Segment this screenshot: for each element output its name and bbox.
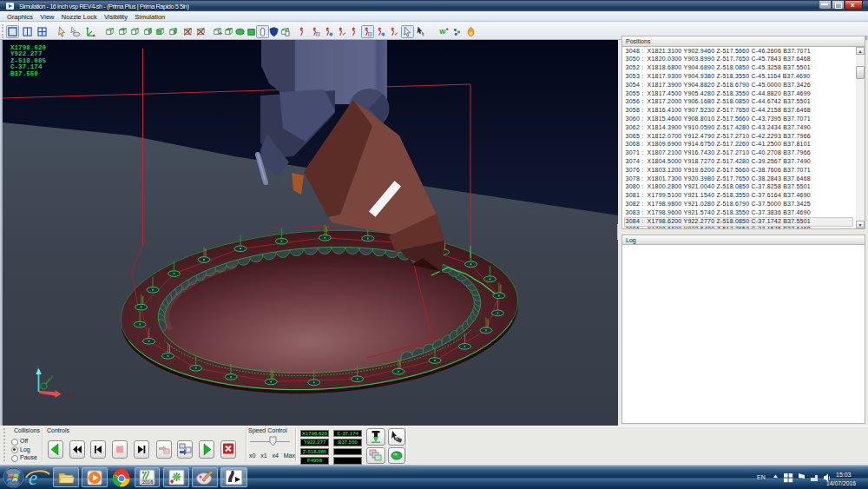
- svg-text:B37.550: B37.550: [10, 70, 38, 77]
- svg-text:W: W: [439, 28, 446, 36]
- svg-text:y: y: [51, 373, 54, 379]
- svg-text:2016: 2016: [142, 479, 153, 485]
- svg-text:Z: Z: [36, 365, 40, 370]
